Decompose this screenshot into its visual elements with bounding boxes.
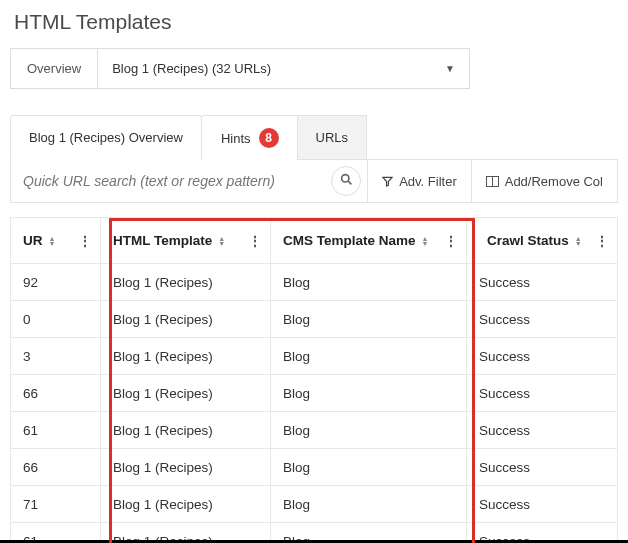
cell-ur: 61 bbox=[11, 412, 101, 449]
table-row[interactable]: 92Blog 1 (Recipes)BlogSuccess bbox=[11, 264, 618, 301]
sort-icon: ▲▼ bbox=[49, 236, 56, 246]
sort-icon: ▲▼ bbox=[422, 236, 429, 246]
column-menu-icon[interactable]: ⋮ bbox=[595, 233, 609, 249]
column-header-crawl-status[interactable]: Crawl Status ▲▼ ⋮ bbox=[467, 218, 618, 264]
tab-bar: Blog 1 (Recipes) Overview Hints 8 URLs bbox=[10, 115, 618, 160]
tab-label: Hints bbox=[221, 131, 251, 146]
cell-cms-template: Blog bbox=[271, 449, 467, 486]
urls-toolbar: Adv. Filter Add/Remove Col bbox=[10, 160, 618, 203]
columns-icon bbox=[486, 176, 499, 187]
svg-point-0 bbox=[341, 175, 348, 182]
cell-ur: 0 bbox=[11, 301, 101, 338]
column-header-ur[interactable]: UR ▲▼ ⋮ bbox=[11, 218, 101, 264]
table-row[interactable]: 71Blog 1 (Recipes)BlogSuccess bbox=[11, 486, 618, 523]
cell-html-template: Blog 1 (Recipes) bbox=[101, 301, 271, 338]
caret-down-icon: ▼ bbox=[445, 63, 455, 74]
cell-ur: 3 bbox=[11, 338, 101, 375]
column-label: UR bbox=[23, 233, 43, 248]
tab-template-overview[interactable]: Blog 1 (Recipes) Overview bbox=[10, 115, 202, 160]
tab-urls[interactable]: URLs bbox=[298, 115, 368, 160]
column-label: HTML Template bbox=[113, 233, 212, 248]
cell-html-template: Blog 1 (Recipes) bbox=[101, 486, 271, 523]
tab-hints[interactable]: Hints 8 bbox=[202, 115, 298, 160]
search-input[interactable] bbox=[23, 173, 331, 189]
table-row[interactable]: 66Blog 1 (Recipes)BlogSuccess bbox=[11, 375, 618, 412]
cell-crawl-status: Success bbox=[467, 486, 618, 523]
table-row[interactable]: 3Blog 1 (Recipes)BlogSuccess bbox=[11, 338, 618, 375]
sort-icon: ▲▼ bbox=[218, 236, 225, 246]
overview-button[interactable]: Overview bbox=[11, 49, 98, 88]
cell-html-template: Blog 1 (Recipes) bbox=[101, 338, 271, 375]
cell-cms-template: Blog bbox=[271, 264, 467, 301]
search-icon bbox=[340, 173, 353, 189]
funnel-icon bbox=[382, 176, 393, 187]
cell-cms-template: Blog bbox=[271, 412, 467, 449]
cell-html-template: Blog 1 (Recipes) bbox=[101, 375, 271, 412]
cell-ur: 71 bbox=[11, 486, 101, 523]
column-menu-icon[interactable]: ⋮ bbox=[248, 233, 262, 249]
cell-crawl-status: Success bbox=[467, 375, 618, 412]
column-label: CMS Template Name bbox=[283, 233, 416, 248]
cell-html-template: Blog 1 (Recipes) bbox=[101, 412, 271, 449]
page-title: HTML Templates bbox=[14, 10, 618, 34]
adv-filter-label: Adv. Filter bbox=[399, 174, 457, 189]
column-label: Crawl Status bbox=[487, 233, 569, 248]
adv-filter-button[interactable]: Adv. Filter bbox=[367, 160, 471, 202]
cell-html-template: Blog 1 (Recipes) bbox=[101, 449, 271, 486]
column-header-html-template[interactable]: HTML Template ▲▼ ⋮ bbox=[101, 218, 271, 264]
cell-crawl-status: Success bbox=[467, 338, 618, 375]
table-row[interactable]: 66Blog 1 (Recipes)BlogSuccess bbox=[11, 449, 618, 486]
svg-line-1 bbox=[348, 181, 351, 184]
tab-label: URLs bbox=[316, 130, 349, 145]
cell-crawl-status: Success bbox=[467, 412, 618, 449]
column-menu-icon[interactable]: ⋮ bbox=[78, 233, 92, 249]
sort-icon: ▲▼ bbox=[575, 236, 582, 246]
tab-label: Blog 1 (Recipes) Overview bbox=[29, 130, 183, 145]
cell-crawl-status: Success bbox=[467, 264, 618, 301]
cell-ur: 92 bbox=[11, 264, 101, 301]
cell-cms-template: Blog bbox=[271, 338, 467, 375]
cell-html-template: Blog 1 (Recipes) bbox=[101, 264, 271, 301]
cell-cms-template: Blog bbox=[271, 301, 467, 338]
search-button[interactable] bbox=[331, 166, 361, 196]
urls-table: UR ▲▼ ⋮ HTML Template ▲▼ ⋮ bbox=[10, 217, 618, 543]
column-header-cms-template[interactable]: CMS Template Name ▲▼ ⋮ bbox=[271, 218, 467, 264]
template-dropdown[interactable]: Blog 1 (Recipes) (32 URLs) ▼ bbox=[98, 49, 469, 88]
add-remove-columns-button[interactable]: Add/Remove Col bbox=[471, 160, 617, 202]
template-dropdown-value: Blog 1 (Recipes) (32 URLs) bbox=[112, 61, 271, 76]
cell-ur: 66 bbox=[11, 375, 101, 412]
column-menu-icon[interactable]: ⋮ bbox=[444, 233, 458, 249]
hints-badge: 8 bbox=[259, 128, 279, 148]
table-row[interactable]: 61Blog 1 (Recipes)BlogSuccess bbox=[11, 412, 618, 449]
cell-ur: 66 bbox=[11, 449, 101, 486]
cell-crawl-status: Success bbox=[467, 449, 618, 486]
cell-crawl-status: Success bbox=[467, 301, 618, 338]
add-remove-columns-label: Add/Remove Col bbox=[505, 174, 603, 189]
cell-cms-template: Blog bbox=[271, 375, 467, 412]
template-selector-bar: Overview Blog 1 (Recipes) (32 URLs) ▼ bbox=[10, 48, 470, 89]
cell-cms-template: Blog bbox=[271, 486, 467, 523]
table-row[interactable]: 0Blog 1 (Recipes)BlogSuccess bbox=[11, 301, 618, 338]
